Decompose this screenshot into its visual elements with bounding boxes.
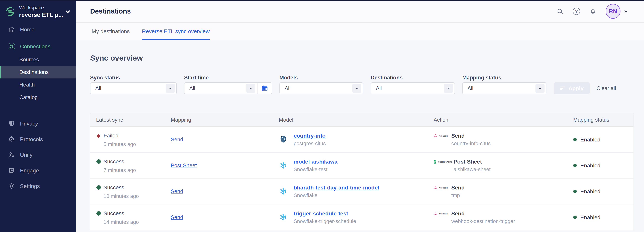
col-latest-sync: Latest sync xyxy=(90,117,171,123)
tab-label: My destinations xyxy=(92,28,130,34)
mapping-link[interactable]: Send xyxy=(171,188,183,194)
sync-status-text: Success xyxy=(104,158,124,165)
page-title: Destinations xyxy=(90,7,131,15)
sync-overview-table: Latest sync Mapping Model Action Mapping… xyxy=(90,113,634,231)
filter-label: Sync status xyxy=(90,75,177,81)
models-select[interactable]: All xyxy=(280,82,363,94)
mapping-status-text: Enabled xyxy=(580,136,600,143)
sidebar-item-settings[interactable]: Settings xyxy=(0,180,76,192)
workspace-label: Workspace xyxy=(19,5,61,11)
user-menu[interactable]: RN xyxy=(606,4,628,19)
table-row: Failed 5 minutes ago Send ❄ coun xyxy=(90,127,634,153)
sync-status-icon xyxy=(96,158,101,165)
sync-time: 14 minutes ago xyxy=(104,219,171,225)
col-mapping: Mapping xyxy=(171,117,279,123)
model-link[interactable]: trigger-schedule-test xyxy=(294,211,348,217)
clear-all-link[interactable]: Clear all xyxy=(596,82,616,94)
gear-icon xyxy=(8,183,15,190)
start-time-select[interactable]: All xyxy=(184,82,272,94)
protocols-icon xyxy=(8,136,15,143)
sidebar-nav: Home Connections Sources Destinations He… xyxy=(0,24,76,192)
model-subtext: Snowflake-test xyxy=(294,166,338,172)
mapping-status-text: Enabled xyxy=(580,162,600,169)
bell-icon[interactable] xyxy=(589,7,596,15)
snowflake-icon: ❄ xyxy=(280,213,287,222)
enabled-dot-icon xyxy=(573,138,577,141)
col-model: Model xyxy=(279,117,434,123)
help-icon[interactable]: ? xyxy=(573,7,580,15)
select-value: All xyxy=(376,85,382,91)
sidebar-item-engage[interactable]: Engage xyxy=(0,165,76,176)
top-bar: Destinations ? RN xyxy=(76,0,644,22)
calendar-icon[interactable] xyxy=(258,83,272,94)
table-header: Latest sync Mapping Model Action Mapping… xyxy=(90,113,634,127)
table-row: Success 14 minutes ago Send ❄ tr xyxy=(90,205,634,231)
destination-logo-label: webhooks xyxy=(439,135,448,137)
chevron-down-icon xyxy=(536,84,544,93)
sync-status-text: Failed xyxy=(104,132,118,139)
sync-time: 5 minutes ago xyxy=(104,141,171,147)
sync-status-select[interactable]: All xyxy=(90,82,177,94)
enabled-dot-icon xyxy=(573,190,577,193)
model-source-icon: ❄ xyxy=(279,134,288,145)
workspace-switcher[interactable]: Workspace reverse ETL p... xyxy=(0,0,76,18)
mapping-link[interactable]: Send xyxy=(171,214,183,220)
action-name: Send xyxy=(451,211,515,217)
sidebar-item-connections[interactable]: Connections xyxy=(0,41,76,52)
sidebar-item-home[interactable]: Home xyxy=(0,24,76,35)
table-row: Success 10 minutes ago Send ❄ bh xyxy=(90,179,634,205)
model-link[interactable]: model-aishikawa xyxy=(294,159,338,165)
chevron-down-icon[interactable] xyxy=(65,8,71,15)
chevron-down-icon xyxy=(352,84,361,93)
filter-label: Mapping status xyxy=(462,75,546,81)
filter-label: Models xyxy=(280,75,363,81)
sidebar-item-destinations[interactable]: Destinations xyxy=(0,66,76,78)
model-link[interactable]: country-info xyxy=(294,133,326,139)
apply-button[interactable]: Apply xyxy=(554,82,590,94)
sidebar-item-label: Destinations xyxy=(19,69,49,75)
home-icon xyxy=(8,26,15,33)
table-body: Failed 5 minutes ago Send ❄ coun xyxy=(90,127,634,231)
sidebar-item-catalog[interactable]: Catalog xyxy=(0,91,76,104)
select-value: All xyxy=(189,85,195,91)
destination-logo: Google Sheets xyxy=(434,160,452,164)
action-subtext: tmp xyxy=(451,192,465,198)
chevron-down-icon xyxy=(623,8,628,14)
enabled-dot-icon xyxy=(573,216,577,219)
sidebar-item-privacy[interactable]: Privacy xyxy=(0,118,76,129)
sidebar-item-protocols[interactable]: Protocols xyxy=(0,133,76,145)
webhooks-logo-icon xyxy=(434,212,438,216)
mapping-status-text: Enabled xyxy=(580,214,600,221)
mapping-link[interactable]: Post Sheet xyxy=(171,162,197,168)
destination-logo-label: Google Sheets xyxy=(438,161,452,163)
enabled-dot-icon xyxy=(573,164,577,167)
sidebar-item-sources[interactable]: Sources xyxy=(0,53,76,66)
chevron-down-icon xyxy=(444,84,453,93)
search-icon[interactable] xyxy=(556,7,564,15)
sidebar-item-health[interactable]: Health xyxy=(0,78,76,91)
snowflake-icon: ❄ xyxy=(280,187,287,196)
destination-logo-label: webhooks xyxy=(439,213,448,215)
table-row: Success 7 minutes ago Post Sheet ❄ xyxy=(90,153,634,179)
sync-status-text: Success xyxy=(104,210,124,217)
sync-status-icon xyxy=(96,184,101,191)
action-name: Send xyxy=(451,133,491,139)
action-subtext: webhook-destination-trigger xyxy=(451,218,515,224)
avatar[interactable]: RN xyxy=(606,4,620,19)
model-source-icon: ❄ xyxy=(279,212,288,223)
sync-time: 10 minutes ago xyxy=(104,193,171,199)
sidebar-item-label: Settings xyxy=(20,183,40,189)
action-subtext: aishikawa-sheet xyxy=(454,166,490,172)
model-link[interactable]: bharath-test-day-and-time-model xyxy=(294,185,379,191)
sync-status-text: Success xyxy=(104,184,124,191)
destination-logo: webhooks xyxy=(434,186,450,190)
tab-my-destinations[interactable]: My destinations xyxy=(92,22,130,40)
tab-reverse-etl-sync-overview[interactable]: Reverse ETL sync overview xyxy=(142,22,210,40)
destinations-select[interactable]: All xyxy=(371,82,455,94)
shield-icon xyxy=(8,120,15,127)
mapping-status-select[interactable]: All xyxy=(462,82,546,94)
sidebar-item-unify[interactable]: Unify xyxy=(0,149,76,161)
sync-status-icon xyxy=(96,210,101,217)
action-name: Send xyxy=(451,185,465,191)
mapping-link[interactable]: Send xyxy=(171,136,183,142)
